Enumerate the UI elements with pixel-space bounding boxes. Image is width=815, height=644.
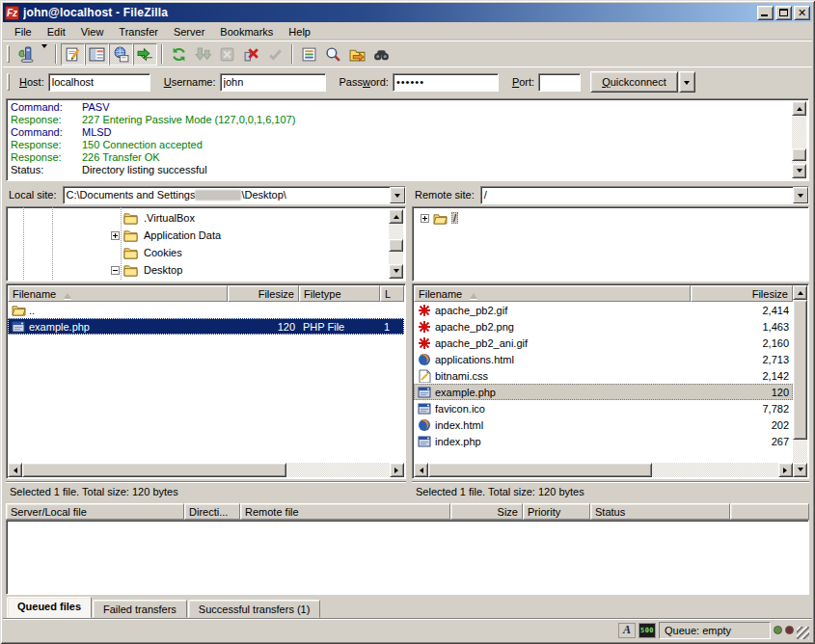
column-header-filesize[interactable]: Filesize: [228, 285, 299, 302]
file-row[interactable]: apache_pb2.png1,463: [414, 318, 793, 335]
collapse-icon[interactable]: [111, 266, 120, 275]
file-row[interactable]: index.php267: [414, 433, 793, 449]
queue-column-header[interactable]: Size: [450, 503, 523, 520]
tree-item[interactable]: Cookies: [9, 244, 388, 261]
scroll-thumb[interactable]: [389, 239, 403, 252]
file-row[interactable]: apache_pb2_ani.gif2,160: [414, 335, 793, 351]
remote-list-hscrollbar[interactable]: [414, 463, 793, 477]
menu-edit[interactable]: Edit: [40, 24, 73, 40]
file-search-button[interactable]: [321, 43, 345, 66]
scroll-track[interactable]: [793, 300, 807, 463]
menu-server[interactable]: Server: [166, 24, 212, 40]
minimize-button[interactable]: [757, 6, 774, 20]
scroll-thumb[interactable]: [428, 463, 652, 477]
queue-column-header[interactable]: Directi...: [184, 503, 240, 520]
menu-bookmarks[interactable]: Bookmarks: [212, 24, 281, 40]
message-log-scrollbar[interactable]: [792, 101, 806, 178]
queue-column-header[interactable]: Remote file: [240, 503, 450, 520]
refresh-button[interactable]: [167, 43, 191, 66]
quickconnect-dropdown-button[interactable]: [679, 71, 695, 93]
reconnect-button[interactable]: [263, 43, 287, 66]
expand-icon[interactable]: [421, 214, 429, 223]
tab-failed-transfers[interactable]: Failed transfers: [93, 600, 187, 618]
browser-panels: Local site: C:\Documents and Settings\De…: [6, 185, 809, 500]
scroll-thumb[interactable]: [22, 463, 286, 477]
scroll-up-button[interactable]: [389, 209, 403, 224]
queue-column-header[interactable]: Priority: [523, 503, 590, 520]
file-row[interactable]: example.php120PHP File1: [8, 318, 404, 335]
site-manager-button[interactable]: [14, 43, 38, 66]
scroll-track[interactable]: [792, 116, 806, 164]
file-row[interactable]: index.html202: [414, 416, 793, 433]
local-tree-scrollbar[interactable]: [389, 209, 403, 279]
username-input[interactable]: [220, 73, 326, 92]
expand-icon[interactable]: [111, 231, 120, 240]
column-header-filename[interactable]: Filename: [414, 285, 691, 302]
column-header-filename[interactable]: Filename: [8, 285, 228, 302]
file-row[interactable]: bitnami.css2,142: [414, 367, 793, 384]
file-row[interactable]: apache_pb2.gif2,414: [414, 302, 793, 318]
scroll-left-button[interactable]: [8, 463, 22, 477]
remote-site-combobox[interactable]: /: [480, 186, 809, 204]
scroll-right-button[interactable]: [778, 463, 793, 477]
scroll-track[interactable]: [389, 224, 403, 264]
remote-list-vscrollbar[interactable]: [793, 285, 807, 477]
scroll-down-button[interactable]: [389, 264, 403, 279]
scroll-down-button[interactable]: [793, 463, 807, 477]
menu-file[interactable]: File: [7, 24, 40, 40]
file-row[interactable]: applications.html2,713: [414, 351, 793, 367]
local-site-dropdown-button[interactable]: [390, 187, 405, 203]
tree-item[interactable]: .VirtualBox: [9, 209, 388, 227]
queue-column-header[interactable]: Status: [590, 503, 730, 520]
toggle-message-log-button[interactable]: [61, 43, 85, 66]
scroll-up-button[interactable]: [792, 101, 806, 116]
file-row[interactable]: example.php120: [414, 384, 793, 400]
directory-listing-filters-button[interactable]: [297, 43, 321, 66]
maximize-button[interactable]: [775, 6, 792, 20]
toolbar-grip[interactable]: [7, 45, 10, 63]
host-input[interactable]: [48, 73, 150, 92]
quickconnect-button[interactable]: Quickconnect: [590, 71, 678, 93]
menu-view[interactable]: View: [73, 24, 112, 40]
tree-item[interactable]: /: [415, 209, 806, 227]
toggle-local-tree-button[interactable]: [85, 43, 109, 66]
local-site-combobox[interactable]: C:\Documents and Settings\Desktop\: [63, 186, 406, 204]
queue-column-header[interactable]: Server/Local file: [6, 503, 184, 520]
activity-led-green: [774, 626, 782, 634]
tree-item[interactable]: Desktop: [9, 261, 388, 279]
scroll-up-button[interactable]: [793, 285, 807, 300]
file-row[interactable]: ..: [8, 302, 404, 318]
disconnect-button[interactable]: [239, 43, 263, 66]
synchronized-browsing-button[interactable]: [345, 43, 369, 66]
column-header-filetype[interactable]: Filetype: [299, 285, 380, 302]
tab-successful-transfers-[interactable]: Successful transfers (1): [188, 600, 321, 618]
scroll-right-button[interactable]: [390, 463, 404, 477]
close-button[interactable]: ✕: [794, 6, 810, 20]
process-queue-button[interactable]: [191, 43, 215, 66]
scroll-track[interactable]: [428, 463, 778, 477]
resize-grip[interactable]: [797, 627, 809, 639]
app-icon[interactable]: Fz: [5, 6, 19, 20]
tab-queued-files[interactable]: Queued files: [7, 597, 92, 618]
menu-help[interactable]: Help: [281, 24, 318, 40]
toggle-remote-tree-button[interactable]: [109, 43, 133, 66]
column-header-filesize[interactable]: Filesize: [691, 285, 793, 302]
cancel-operation-button[interactable]: [215, 43, 239, 66]
menu-transfer[interactable]: Transfer: [111, 24, 166, 40]
local-list-hscrollbar[interactable]: [8, 463, 404, 477]
remote-site-dropdown-button[interactable]: [793, 187, 808, 203]
tree-item[interactable]: Application Data: [9, 227, 388, 244]
site-manager-dropdown-button[interactable]: [38, 43, 51, 66]
toggle-transfer-queue-button[interactable]: [133, 43, 157, 66]
port-input[interactable]: [538, 73, 581, 92]
quickconnect-grip[interactable]: [7, 73, 10, 91]
password-input[interactable]: [393, 73, 499, 92]
directory-comparison-button[interactable]: [369, 43, 394, 66]
column-header-l[interactable]: L: [380, 285, 404, 302]
scroll-thumb[interactable]: [792, 148, 806, 161]
scroll-left-button[interactable]: [414, 463, 428, 477]
scroll-track[interactable]: [22, 463, 390, 477]
file-row[interactable]: favicon.ico7,782: [414, 400, 793, 416]
scroll-down-button[interactable]: [792, 164, 806, 178]
scroll-thumb[interactable]: [793, 300, 807, 440]
